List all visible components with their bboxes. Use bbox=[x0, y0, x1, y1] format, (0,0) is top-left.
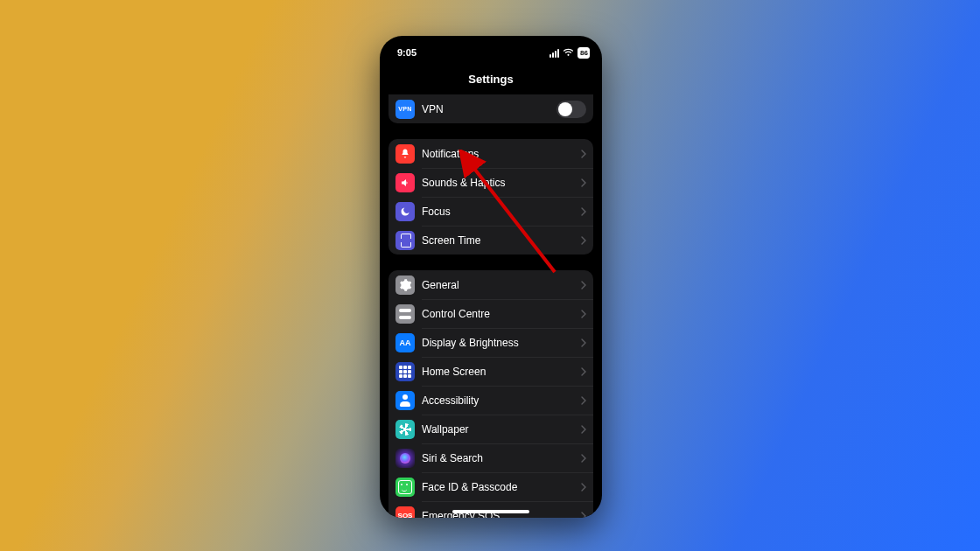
battery-level: 86 bbox=[580, 48, 588, 58]
chevron-right-icon bbox=[581, 150, 586, 158]
settings-row-notifications[interactable]: Notifications bbox=[388, 139, 593, 168]
speaker-icon bbox=[396, 173, 415, 192]
focus-label: Focus bbox=[422, 206, 581, 218]
display-label: Display & Brightness bbox=[422, 337, 581, 349]
chevron-right-icon bbox=[581, 483, 586, 492]
screentime-label: Screen Time bbox=[422, 234, 581, 247]
settings-row-home-screen[interactable]: Home Screen bbox=[388, 357, 593, 386]
chevron-right-icon bbox=[581, 207, 586, 216]
faceid-label: Face ID & Passcode bbox=[422, 481, 581, 493]
chevron-right-icon bbox=[581, 512, 586, 519]
accessibility-icon bbox=[396, 391, 415, 410]
notifications-label: Notifications bbox=[422, 148, 581, 160]
vpn-label: VPN bbox=[422, 103, 556, 115]
settings-row-vpn[interactable]: VPN VPN bbox=[388, 94, 593, 123]
chevron-right-icon bbox=[581, 338, 586, 347]
settings-row-faceid[interactable]: Face ID & Passcode bbox=[388, 472, 593, 501]
status-bar: 9:05 86 bbox=[380, 36, 602, 62]
chevron-right-icon bbox=[581, 310, 586, 318]
battery-indicator: 86 bbox=[578, 47, 590, 59]
settings-row-screentime[interactable]: Screen Time bbox=[388, 226, 593, 255]
settings-row-siri[interactable]: Siri & Search bbox=[388, 443, 593, 472]
settings-row-wallpaper[interactable]: Wallpaper bbox=[388, 415, 593, 443]
chevron-right-icon bbox=[581, 236, 586, 245]
sounds-label: Sounds & Haptics bbox=[422, 177, 581, 189]
settings-row-display[interactable]: AA Display & Brightness bbox=[388, 328, 593, 357]
clock-time: 9:05 bbox=[397, 47, 416, 58]
hourglass-icon bbox=[396, 231, 415, 250]
accessibility-label: Accessibility bbox=[422, 394, 581, 407]
wallpaper-label: Wallpaper bbox=[422, 423, 581, 436]
sliders-icon bbox=[396, 304, 415, 324]
gear-icon bbox=[396, 276, 415, 295]
settings-row-control-centre[interactable]: Control Centre bbox=[388, 299, 593, 328]
stage: 9:05 86 Settings VPN VPN bbox=[0, 0, 980, 551]
control-centre-label: Control Centre bbox=[422, 308, 581, 320]
settings-row-sounds[interactable]: Sounds & Haptics bbox=[388, 168, 593, 197]
text-size-icon: AA bbox=[396, 333, 415, 352]
vpn-toggle[interactable] bbox=[556, 101, 586, 118]
page-title: Settings bbox=[380, 62, 602, 94]
apps-grid-icon bbox=[396, 362, 415, 381]
wifi-icon bbox=[563, 48, 574, 57]
chevron-right-icon bbox=[581, 454, 586, 463]
general-label: General bbox=[422, 279, 581, 291]
settings-scroll[interactable]: VPN VPN Notifications bbox=[380, 94, 602, 518]
toggle-knob bbox=[558, 102, 572, 116]
settings-group-2: Notifications Sounds & Haptics Focus bbox=[388, 139, 593, 255]
chevron-right-icon bbox=[581, 396, 586, 405]
chevron-right-icon bbox=[581, 425, 586, 434]
moon-icon bbox=[396, 202, 415, 221]
cellular-signal-icon bbox=[549, 47, 559, 58]
home-indicator[interactable] bbox=[452, 510, 529, 513]
chevron-right-icon bbox=[581, 281, 586, 289]
face-id-icon bbox=[396, 478, 415, 497]
settings-group-3: General Control Centre AA Display & Brig… bbox=[388, 270, 593, 518]
settings-row-general[interactable]: General bbox=[388, 270, 593, 299]
status-right: 86 bbox=[549, 47, 590, 59]
siri-label: Siri & Search bbox=[422, 452, 581, 464]
siri-icon bbox=[396, 449, 415, 468]
flower-icon bbox=[396, 420, 415, 439]
chevron-right-icon bbox=[581, 367, 586, 376]
settings-row-focus[interactable]: Focus bbox=[388, 197, 593, 226]
phone-frame: 9:05 86 Settings VPN VPN bbox=[380, 36, 602, 518]
chevron-right-icon bbox=[581, 178, 586, 187]
settings-group-1: VPN VPN bbox=[388, 94, 593, 123]
vpn-icon: VPN bbox=[396, 100, 415, 119]
bell-icon bbox=[396, 144, 415, 164]
home-screen-label: Home Screen bbox=[422, 366, 581, 378]
sos-icon: SOS bbox=[396, 506, 415, 519]
settings-row-accessibility[interactable]: Accessibility bbox=[388, 386, 593, 415]
